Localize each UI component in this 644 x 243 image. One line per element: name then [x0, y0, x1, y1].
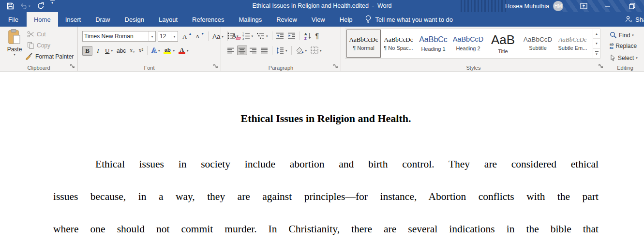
document-line[interactable]: Ethical issues in society include aborti… — [53, 148, 599, 181]
superscript-button[interactable]: x² — [137, 46, 145, 56]
tab-mailings[interactable]: Mailings — [232, 12, 270, 27]
tab-design[interactable]: Design — [118, 12, 151, 27]
tab-file[interactable]: File — [0, 12, 27, 27]
font-size-combo[interactable]: 12 ▾ — [158, 31, 178, 42]
borders-button[interactable]: ▾ — [309, 46, 323, 55]
styles-scroll-down-icon[interactable]: ▾ — [593, 39, 600, 48]
document-body[interactable]: Ethical issues in society include aborti… — [53, 148, 599, 243]
tell-me-box[interactable]: Tell me what you want to do — [360, 12, 458, 27]
tab-references[interactable]: References — [185, 12, 231, 27]
format-painter-button[interactable]: Format Painter — [25, 53, 74, 61]
copy-button: Copy — [27, 42, 50, 49]
justify-button[interactable] — [259, 46, 270, 55]
justify-icon — [261, 47, 268, 54]
account-name: Hosea Muhuthia — [505, 3, 549, 10]
sort-button[interactable]: AZ — [302, 31, 313, 41]
styles-scroll-up-icon[interactable]: ▴ — [593, 29, 600, 39]
style-subtle-emphasis[interactable]: AaBbCcDc Subtle Em... — [555, 30, 590, 58]
document-line[interactable]: where one should not commit murder. In C… — [53, 213, 599, 243]
tab-layout[interactable]: Layout — [151, 12, 185, 27]
align-left-button[interactable] — [226, 46, 236, 55]
styles-more-icon[interactable]: ▾ — [593, 49, 600, 58]
shrink-font-button[interactable]: A▼ — [194, 31, 206, 41]
strikethrough-button[interactable]: abc — [115, 46, 127, 56]
font-family-combo[interactable]: Times New Roman ▾ — [82, 31, 156, 42]
find-button[interactable]: Find ▾ — [610, 31, 634, 39]
font-size-dropdown-icon[interactable]: ▾ — [171, 31, 178, 41]
style-no-spacing[interactable]: AaBbCcDc ¶ No Spac... — [381, 30, 416, 58]
tab-draw[interactable]: Draw — [88, 12, 117, 27]
subscript-button[interactable]: x₂ — [128, 46, 136, 56]
style-title[interactable]: AaB Title — [486, 30, 520, 58]
copy-label: Copy — [37, 42, 50, 49]
share-person-icon — [625, 15, 633, 23]
font-color-dropdown-icon[interactable]: ▾ — [187, 49, 189, 52]
bullets-button[interactable]: ▾ — [226, 31, 240, 41]
font-dialog-launcher-icon[interactable] — [213, 64, 219, 69]
restore-icon[interactable] — [620, 0, 644, 12]
account-area[interactable]: Hosea Muhuthia HM — [505, 0, 563, 12]
bullets-dropdown-icon[interactable]: ▾ — [237, 34, 239, 38]
clipboard-group: Paste ▾ Cut Copy Format Painter Clipboar… — [0, 27, 78, 71]
underline-button[interactable]: U▾ — [104, 46, 114, 56]
multilevel-list-button[interactable]: ▾ — [255, 31, 270, 41]
tab-insert[interactable]: Insert — [58, 12, 89, 27]
cut-label: Cut — [37, 31, 46, 38]
tab-view[interactable]: View — [304, 12, 332, 27]
document-page[interactable]: Ethical Issues in Religion and Health. E… — [0, 72, 644, 243]
editing-group-label: Editing — [606, 65, 644, 71]
highlight-color-button[interactable]: ab ▾ — [162, 46, 176, 56]
style-normal[interactable]: AaBbCcDc ¶ Normal — [346, 30, 381, 58]
document-line[interactable]: issues because, in a way, they are again… — [53, 181, 599, 213]
text-effects-dropdown-icon[interactable]: ▾ — [158, 49, 160, 52]
decrease-indent-button[interactable] — [275, 31, 285, 41]
style-subtitle[interactable]: AaBbCcD Subtitle — [521, 30, 555, 58]
shading-button[interactable]: ▾ — [294, 46, 309, 55]
paragraph-dialog-launcher-icon[interactable] — [333, 64, 339, 69]
font-family-dropdown-icon[interactable]: ▾ — [149, 31, 155, 41]
tab-home[interactable]: Home — [27, 12, 58, 27]
line-spacing-dropdown-icon[interactable]: ▾ — [285, 49, 287, 52]
styles-dialog-launcher-icon[interactable] — [599, 64, 604, 69]
redo-repeat-icon[interactable] — [37, 0, 44, 12]
select-button[interactable]: Select ▾ — [610, 54, 638, 61]
find-label: Find — [619, 32, 630, 39]
show-hide-formatting-button[interactable]: ¶ — [314, 31, 321, 41]
numbering-button[interactable]: 123 ▾ — [241, 31, 255, 41]
customize-quick-access-icon[interactable]: ▾ — [50, 0, 55, 12]
highlight-dropdown-icon[interactable]: ▾ — [173, 49, 175, 52]
underline-dropdown-icon[interactable]: ▾ — [111, 49, 113, 52]
ribbon-display-options-icon[interactable] — [571, 0, 596, 12]
bold-button[interactable]: B — [82, 46, 92, 56]
italic-button[interactable]: I — [93, 46, 103, 56]
increase-indent-button[interactable] — [286, 31, 297, 41]
save-icon[interactable] — [7, 0, 14, 12]
shading-dropdown-icon[interactable]: ▾ — [305, 49, 307, 52]
line-spacing-button[interactable]: ▾ — [275, 46, 289, 55]
avatar[interactable]: HM — [553, 1, 563, 11]
multilevel-dropdown-icon[interactable]: ▾ — [266, 34, 268, 38]
style-heading-1[interactable]: AaBbCc Heading 1 — [416, 30, 450, 58]
font-color-button[interactable]: A ▾ — [177, 46, 190, 56]
numbering-dropdown-icon[interactable]: ▾ — [252, 34, 254, 38]
style-heading-2[interactable]: AaBbCcD Heading 2 — [451, 30, 485, 58]
replace-label: Replace — [615, 43, 637, 49]
text-effects-button[interactable]: A▾ — [150, 46, 161, 56]
paste-button[interactable]: Paste ▾ — [3, 29, 26, 66]
grow-font-button[interactable]: A▲ — [181, 31, 193, 41]
borders-dropdown-icon[interactable]: ▾ — [320, 49, 322, 52]
share-button[interactable]: Share — [625, 12, 644, 27]
minimize-icon[interactable] — [596, 0, 620, 12]
clipboard-dialog-launcher-icon[interactable] — [70, 64, 75, 69]
align-center-button[interactable] — [237, 46, 247, 55]
paste-dropdown-icon[interactable]: ▾ — [14, 53, 15, 56]
align-right-button[interactable] — [248, 46, 258, 55]
replace-button[interactable]: abac Replace — [610, 43, 637, 49]
tab-help[interactable]: Help — [332, 12, 360, 27]
font-family-value: Times New Roman — [83, 33, 149, 40]
select-dropdown-icon[interactable]: ▾ — [636, 56, 638, 60]
find-dropdown-icon[interactable]: ▾ — [632, 33, 634, 37]
font-size-value: 12 — [158, 33, 171, 40]
document-title[interactable]: Ethical Issues in Religion and Health. — [53, 112, 599, 125]
tab-review[interactable]: Review — [269, 12, 304, 27]
